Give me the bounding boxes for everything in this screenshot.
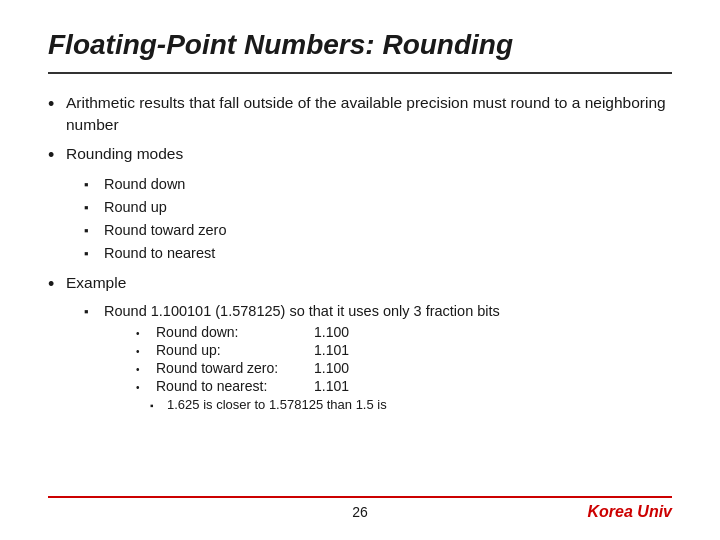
example-header: • Example bbox=[48, 272, 672, 297]
bullet-text-1: Arithmetic results that fall outside of … bbox=[66, 92, 672, 137]
mode-round-up-label: Round up bbox=[104, 197, 167, 218]
square-icon-3: ▪ bbox=[84, 223, 100, 238]
mode-round-down-label: Round down bbox=[104, 174, 185, 195]
square-icon-2: ▪ bbox=[84, 200, 100, 215]
bullet-2: • Rounding modes bbox=[48, 143, 672, 168]
mode-round-to-nearest: ▪ Round to nearest bbox=[84, 243, 672, 264]
bullet-text-2: Rounding modes bbox=[66, 143, 183, 165]
page-number: 26 bbox=[352, 504, 368, 520]
round-label-1: Round up: bbox=[156, 342, 306, 358]
mode-round-toward-zero-label: Round toward zero bbox=[104, 220, 227, 241]
circle-icon-3: • bbox=[136, 364, 150, 376]
round-value-0: 1.100 bbox=[314, 324, 349, 340]
circle-icon-2: • bbox=[136, 346, 150, 358]
slide-title: Floating-Point Numbers: Rounding bbox=[48, 28, 672, 74]
example-bullet-dot: • bbox=[48, 272, 66, 297]
mode-round-to-nearest-label: Round to nearest bbox=[104, 243, 215, 264]
round-value-1: 1.101 bbox=[314, 342, 349, 358]
round-value-3: 1.101 bbox=[314, 378, 349, 394]
round-label-0: Round down: bbox=[156, 324, 306, 340]
square-icon-5: ▪ bbox=[84, 304, 100, 319]
slide: Floating-Point Numbers: Rounding • Arith… bbox=[0, 0, 720, 540]
mode-round-down: ▪ Round down bbox=[84, 174, 672, 195]
example-sub-section: ▪ Round 1.100101 (1.578125) so that it u… bbox=[84, 301, 672, 412]
mode-round-up: ▪ Round up bbox=[84, 197, 672, 218]
round-item-1: • Round up: 1.101 bbox=[136, 342, 672, 358]
note-section: ▪ 1.625 is closer to 1.578125 than 1.5 i… bbox=[150, 397, 672, 412]
note-text: 1.625 is closer to 1.578125 than 1.5 is bbox=[167, 397, 387, 412]
example-sub-text: Round 1.100101 (1.578125) so that it use… bbox=[104, 301, 500, 322]
circle-icon-1: • bbox=[136, 328, 150, 340]
square-icon-1: ▪ bbox=[84, 177, 100, 192]
mode-round-toward-zero: ▪ Round toward zero bbox=[84, 220, 672, 241]
round-value-2: 1.100 bbox=[314, 360, 349, 376]
example-section: • Example ▪ Round 1.100101 (1.578125) so… bbox=[48, 272, 672, 412]
square-icon-4: ▪ bbox=[84, 246, 100, 261]
brand-label: Korea Univ bbox=[588, 503, 672, 521]
note-item: ▪ 1.625 is closer to 1.578125 than 1.5 i… bbox=[150, 397, 672, 412]
slide-footer: 26 Korea Univ bbox=[48, 496, 672, 520]
bullet-dot-1: • bbox=[48, 92, 66, 117]
round-item-3: • Round to nearest: 1.101 bbox=[136, 378, 672, 394]
round-items-list: • Round down: 1.100 • Round up: 1.101 • … bbox=[136, 324, 672, 394]
rounding-modes-list: ▪ Round down ▪ Round up ▪ Round toward z… bbox=[84, 174, 672, 264]
round-item-2: • Round toward zero: 1.100 bbox=[136, 360, 672, 376]
round-label-2: Round toward zero: bbox=[156, 360, 306, 376]
note-square-icon: ▪ bbox=[150, 400, 162, 411]
slide-content: • Arithmetic results that fall outside o… bbox=[48, 92, 672, 496]
bullet-dot-2: • bbox=[48, 143, 66, 168]
bullet-1: • Arithmetic results that fall outside o… bbox=[48, 92, 672, 137]
circle-icon-4: • bbox=[136, 382, 150, 394]
example-label: Example bbox=[66, 272, 126, 294]
round-item-0: • Round down: 1.100 bbox=[136, 324, 672, 340]
example-sub-bullet: ▪ Round 1.100101 (1.578125) so that it u… bbox=[84, 301, 672, 322]
round-label-3: Round to nearest: bbox=[156, 378, 306, 394]
